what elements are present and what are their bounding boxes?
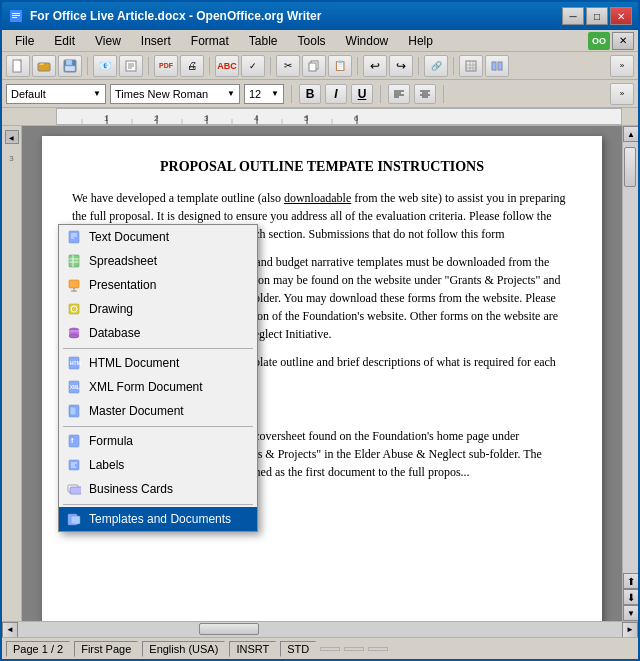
cut-button[interactable]: ✂ [276,55,300,77]
style-box[interactable]: Default ▼ [6,84,106,104]
menu-new-formula[interactable]: f Formula [59,429,257,453]
maximize-button[interactable]: □ [586,7,608,25]
menu-templates-documents[interactable]: Templates and Documents [59,507,257,531]
menu-format[interactable]: Format [182,31,238,51]
menu-view[interactable]: View [86,31,130,51]
scroll-page-down-button[interactable]: ⬇ [623,589,638,605]
pdf-button[interactable]: PDF [154,55,178,77]
menu-tools[interactable]: Tools [289,31,335,51]
style-text: First Page [81,643,131,655]
svg-rect-70 [70,407,76,415]
toolbar-close-button[interactable]: ✕ [612,32,634,50]
more-button[interactable]: » [610,55,634,77]
main-window: For Office Live Article.docx - OpenOffic… [0,0,640,661]
menu-new-presentation[interactable]: Presentation [59,273,257,297]
svg-rect-48 [69,231,79,243]
page-info: Page 1 / 2 [6,641,70,657]
close-button[interactable]: ✕ [610,7,632,25]
font-size-text: 12 [249,88,261,100]
scroll-left-button[interactable]: ◄ [2,622,18,638]
font-name-box[interactable]: Times New Roman ▼ [110,84,240,104]
minimize-button[interactable]: ─ [562,7,584,25]
scroll-up-button[interactable]: ▲ [623,126,638,142]
open-button[interactable] [32,55,56,77]
columns-button[interactable] [485,55,509,77]
menu-file[interactable]: File [6,31,43,51]
sep-line-3 [63,504,253,505]
insert-mode[interactable]: INSRT [229,641,276,657]
html-icon: HTML [65,354,83,372]
more-format-button[interactable]: » [610,83,634,105]
horizontal-scrollbar: ◄ ► [2,621,638,637]
menu-new-spreadsheet[interactable]: Spreadsheet [59,249,257,273]
email-button[interactable]: 📧 [93,55,117,77]
svg-rect-56 [69,280,79,288]
save-button[interactable] [58,55,82,77]
svg-rect-14 [309,63,316,71]
menu-window[interactable]: Window [337,31,398,51]
menu-new-master-doc[interactable]: Master Document [59,399,257,423]
scroll-track[interactable] [623,142,638,573]
scroll-page-up-button[interactable]: ⬆ [623,573,638,589]
copy-button[interactable] [302,55,326,77]
print-button[interactable]: 🖨 [180,55,204,77]
language-text: English (USA) [149,643,218,655]
svg-rect-2 [12,15,20,16]
presentation-icon [65,276,83,294]
svg-rect-52 [69,255,79,267]
new-button[interactable] [6,55,30,77]
svg-text:6: 6 [354,114,359,123]
menu-new-business-cards[interactable]: Business Cards [59,477,257,501]
sidebar-left: ◀ 3 [2,126,22,621]
menu-insert[interactable]: Insert [132,31,180,51]
menu-labels-label: Labels [89,458,124,472]
menu-table[interactable]: Table [240,31,287,51]
hscroll-track[interactable] [18,622,622,637]
align-left-button[interactable] [388,84,410,104]
align-center-button[interactable] [414,84,436,104]
hscroll-thumb[interactable] [199,623,259,635]
page-info-text: Page 1 / 2 [13,643,63,655]
scroll-right-button[interactable]: ► [622,622,638,638]
hyperlink-button[interactable]: 🔗 [424,55,448,77]
view-toggle-btn[interactable]: ◀ [5,130,19,144]
menu-new-html[interactable]: HTML HTML Document [59,351,257,375]
spellcheck-button[interactable]: ABC [215,55,239,77]
bold-button[interactable]: B [299,84,321,104]
menu-new-xml-form[interactable]: XML XML Form Document [59,375,257,399]
underline-button[interactable]: U [351,84,373,104]
text-doc-icon [65,228,83,246]
table-button[interactable] [459,55,483,77]
sep2 [148,57,149,75]
std-mode[interactable]: STD [280,641,316,657]
main-area: ◀ 3 PROPOSAL OUTLINE TEMPATE INSTRUCTION… [2,126,638,621]
document-container: PROPOSAL OUTLINE TEMPATE INSTRUCTIONS We… [22,126,622,621]
menu-drawing-label: Drawing [89,302,133,316]
database-icon [65,324,83,342]
templates-icon [65,510,83,528]
toolbar-formatting: Default ▼ Times New Roman ▼ 12 ▼ B I U [2,80,638,108]
menu-new-database[interactable]: Database [59,321,257,345]
paste-button[interactable]: 📋 [328,55,352,77]
sep5 [357,57,358,75]
sep-line-2 [63,426,253,427]
italic-button[interactable]: I [325,84,347,104]
menu-edit[interactable]: Edit [45,31,84,51]
insert-dropdown-menu: Text Document Spreadsheet [58,224,258,532]
sep7 [453,57,454,75]
edit-doc-button[interactable] [119,55,143,77]
font-size-dropdown-icon: ▼ [271,89,279,98]
undo-button[interactable]: ↩ [363,55,387,77]
redo-button[interactable]: ↪ [389,55,413,77]
menu-help[interactable]: Help [399,31,442,51]
sep-line-1 [63,348,253,349]
autocorrect-button[interactable]: ✓ [241,55,265,77]
sep4 [270,57,271,75]
doc-link-downloadable[interactable]: downloadable [284,191,351,205]
font-size-box[interactable]: 12 ▼ [244,84,284,104]
scroll-down-button[interactable]: ▼ [623,605,638,621]
menu-new-labels[interactable]: Labels [59,453,257,477]
menu-new-text-document[interactable]: Text Document [59,225,257,249]
menu-new-drawing[interactable]: Drawing [59,297,257,321]
scroll-thumb[interactable] [624,147,636,187]
